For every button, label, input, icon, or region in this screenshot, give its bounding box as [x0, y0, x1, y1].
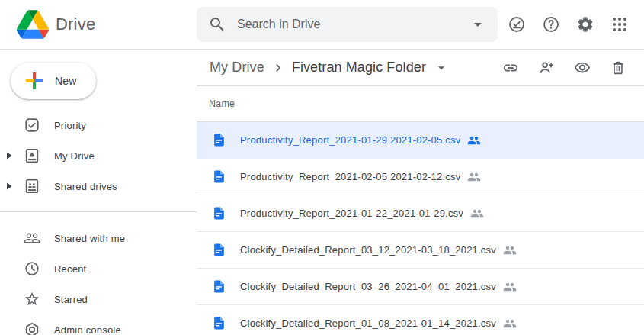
file-name: Productivity_Report_2021-02-05 2021-02-1…: [240, 171, 460, 182]
admin-console-icon: [23, 321, 41, 335]
file-row[interactable]: Clockify_Detailed_Report_03_26_2021-04_0…: [197, 269, 644, 305]
expand-arrow-icon[interactable]: [5, 182, 21, 190]
content-area: My Drive Fivetran Magic Folder: [197, 50, 644, 335]
shared-people-icon: [467, 170, 481, 184]
breadcrumb-my-drive[interactable]: My Drive: [208, 60, 266, 76]
sidebar-item-shared-drives[interactable]: Shared drives: [0, 171, 197, 201]
get-link-button[interactable]: [495, 53, 526, 83]
trash-icon: [610, 60, 626, 76]
sidebar-item-label: Starred: [54, 294, 88, 305]
help-button[interactable]: [536, 9, 566, 40]
sidebar-item-label: My Drive: [54, 150, 95, 162]
new-button[interactable]: New: [11, 63, 96, 99]
sidebar: New Priority: [0, 50, 197, 335]
shared-people-icon: [503, 243, 517, 257]
file-name: Productivity_Report_2021-01-29 2021-02-0…: [240, 134, 460, 146]
drive-logo-icon: [17, 10, 49, 39]
search-options-caret-icon[interactable]: [469, 15, 487, 34]
apps-grid-icon: [610, 15, 629, 34]
my-drive-icon: [23, 147, 41, 164]
share-button[interactable]: [531, 53, 562, 83]
priority-icon: [23, 117, 41, 134]
sidebar-divider: [0, 211, 197, 212]
csv-file-icon: [212, 278, 226, 295]
preview-button[interactable]: [567, 53, 598, 83]
clock-icon: [23, 260, 41, 277]
multicolor-plus-icon: [24, 71, 44, 91]
shared-people-icon: [467, 134, 481, 147]
person-add-icon: [538, 60, 555, 76]
shared-people-icon: [503, 317, 517, 330]
csv-file-icon: [212, 131, 226, 149]
csv-file-icon: [212, 241, 226, 259]
gear-icon: [576, 15, 594, 34]
google-apps-button[interactable]: [604, 9, 635, 40]
sidebar-item-shared-with-me[interactable]: Shared with me: [0, 223, 197, 253]
top-bar: Drive: [0, 0, 644, 50]
main-area: New Priority: [0, 50, 644, 335]
delete-button[interactable]: [603, 53, 633, 83]
sidebar-item-label: Recent: [54, 263, 86, 275]
search-input[interactable]: [237, 18, 469, 31]
link-icon: [502, 60, 519, 76]
search-bar[interactable]: [197, 7, 498, 42]
new-button-label: New: [55, 75, 77, 87]
shared-drives-icon: [23, 178, 41, 195]
sidebar-item-starred[interactable]: Starred: [0, 284, 197, 314]
file-row[interactable]: Clockify_Detailed_Report_03_12_2021-03_1…: [197, 232, 644, 269]
sidebar-item-recent[interactable]: Recent: [0, 253, 197, 284]
google-drive-app: Drive: [0, 0, 644, 335]
file-row[interactable]: Productivity_Report_2021-02-05 2021-02-1…: [197, 159, 644, 195]
people-icon: [23, 230, 41, 246]
file-row[interactable]: Clockify_Detailed_Report_01_08_2021-01_1…: [197, 305, 644, 335]
sidebar-item-label: Admin console: [54, 324, 121, 335]
search-icon[interactable]: [208, 15, 226, 34]
help-icon: [542, 15, 560, 34]
offline-status-button[interactable]: [501, 9, 532, 40]
star-icon: [23, 291, 41, 308]
breadcrumb-current-folder[interactable]: Fivetran Magic Folder: [290, 60, 428, 76]
file-name: Productivity_Report_2021-01-22_2021-01-2…: [240, 208, 463, 219]
sidebar-item-label: Shared with me: [54, 233, 125, 244]
settings-button[interactable]: [570, 9, 601, 40]
shared-people-icon: [470, 207, 484, 221]
ready-for-offline-icon: [508, 15, 526, 34]
sidebar-nav: Priority My Drive: [0, 110, 197, 335]
app-name: Drive: [56, 14, 95, 34]
file-list: Productivity_Report_2021-01-29 2021-02-0…: [197, 122, 644, 335]
csv-file-icon: [212, 168, 226, 185]
sidebar-item-priority[interactable]: Priority: [0, 110, 197, 140]
folder-menu-caret-icon[interactable]: [434, 60, 449, 76]
topbar-actions: [498, 9, 644, 40]
sidebar-item-admin-console[interactable]: Admin console: [0, 314, 197, 335]
file-name: Clockify_Detailed_Report_03_12_2021-03_1…: [240, 244, 496, 256]
file-row[interactable]: Productivity_Report_2021-01-29 2021-02-0…: [197, 122, 644, 159]
eye-icon: [574, 60, 591, 76]
csv-file-icon: [212, 314, 226, 332]
drive-logo-area[interactable]: Drive: [0, 10, 197, 39]
shared-people-icon: [503, 280, 517, 294]
folder-toolbar: My Drive Fivetran Magic Folder: [197, 50, 644, 86]
file-name: Clockify_Detailed_Report_01_08_2021-01_1…: [240, 317, 496, 329]
file-row[interactable]: Productivity_Report_2021-01-22_2021-01-2…: [197, 195, 644, 232]
sidebar-item-label: Shared drives: [54, 181, 117, 192]
file-list-header[interactable]: Name: [197, 86, 644, 122]
sidebar-item-my-drive[interactable]: My Drive: [0, 140, 197, 171]
expand-arrow-icon[interactable]: [5, 152, 21, 159]
name-column-header[interactable]: Name: [209, 98, 235, 109]
chevron-right-icon: [271, 60, 286, 76]
csv-file-icon: [212, 205, 226, 222]
sidebar-item-label: Priority: [54, 120, 86, 131]
file-name: Clockify_Detailed_Report_03_26_2021-04_0…: [240, 281, 496, 292]
